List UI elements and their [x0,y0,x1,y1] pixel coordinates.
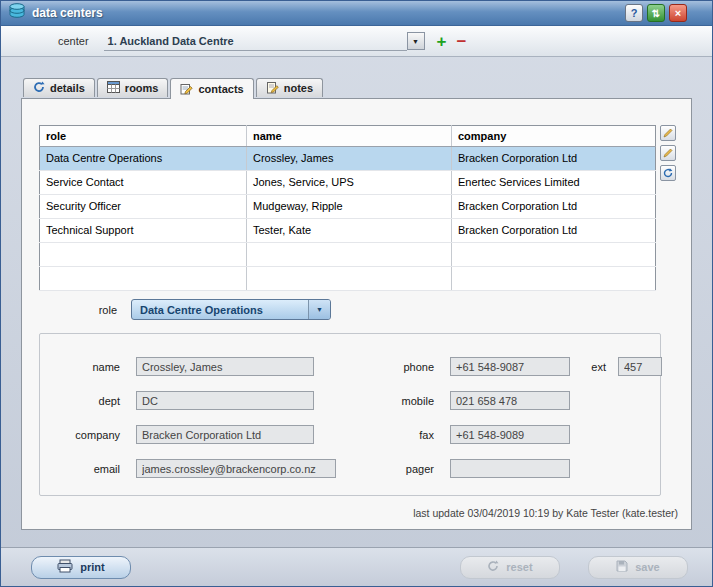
center-combobox-value[interactable]: 1. Auckland Data Centre [104,32,407,51]
table-cell[interactable]: Data Centre Operations [40,147,247,171]
help-button[interactable]: ? [625,4,643,22]
center-label: center [58,35,89,47]
table-row-empty [40,267,656,291]
column-header-name: name [247,126,452,147]
ext-label: ext [570,361,606,373]
rooms-icon [107,81,120,95]
table-cell[interactable]: Bracken Corporation Ltd [452,195,656,219]
table-cell[interactable]: Bracken Corporation Ltd [452,147,656,171]
phone-field[interactable] [450,357,570,376]
tab-label: notes [284,82,313,94]
mobile-field[interactable] [450,391,570,410]
contacts-table-body: Data Centre OperationsCrossley, JamesBra… [40,147,656,291]
data-centers-window: data centers ? ⇅ × center 1. Auckland Da… [0,0,713,587]
tab-bar: details rooms contacts notes [23,78,323,99]
table-cell-empty [40,243,247,267]
add-center-button[interactable]: + [437,33,447,50]
table-header-row: role name company [40,126,656,147]
form-row: dept mobile [40,390,660,411]
titlebar: data centers ? ⇅ × [1,1,712,26]
mobile-label: mobile [314,395,434,407]
contacts-icon [180,82,193,97]
email-field[interactable] [136,459,336,478]
table-row[interactable]: Service ContactJones, Service, UPSEnerte… [40,171,656,195]
reset-icon [487,560,499,574]
name-label: name [40,361,120,373]
table-cell[interactable]: Bracken Corporation Ltd [452,219,656,243]
company-field[interactable] [136,425,314,444]
role-dropdown-value: Data Centre Operations [132,304,308,316]
fax-field[interactable] [450,425,570,444]
table-side-buttons [660,125,676,181]
ext-field[interactable] [618,357,662,376]
tab-contacts[interactable]: contacts [170,78,253,99]
center-toolbar: center 1. Auckland Data Centre ▼ + − [1,26,712,57]
database-icon [8,3,26,23]
name-field[interactable] [136,357,314,376]
pencil-icon [663,126,673,141]
fax-label: fax [314,429,434,441]
form-row: name phone ext [40,356,660,377]
refresh-icon [663,166,673,181]
table-cell[interactable]: Service Contact [40,171,247,195]
edit-contact-button[interactable] [660,125,676,141]
dept-label: dept [40,395,120,407]
edit-company-button[interactable] [660,145,676,161]
dept-field[interactable] [136,391,314,410]
reset-button-label: reset [506,561,532,573]
table-cell-empty [247,267,452,291]
table-cell[interactable]: Mudgeway, Ripple [247,195,452,219]
save-button[interactable]: save [588,556,688,579]
table-cell[interactable]: Enertec Services Limited [452,171,656,195]
tab-label: contacts [198,83,243,95]
print-button[interactable]: print [31,556,131,579]
table-cell[interactable]: Technical Support [40,219,247,243]
table-cell-empty [247,243,452,267]
role-dropdown[interactable]: Data Centre Operations ▼ [131,299,331,320]
table-cell[interactable]: Crossley, James [247,147,452,171]
remove-center-button[interactable]: − [457,33,467,50]
pager-field[interactable] [450,459,570,478]
last-update-status: last update 03/04/2019 10:19 by Kate Tes… [413,507,678,519]
form-row: email pager [40,458,660,479]
reset-button[interactable]: reset [460,556,560,579]
company-label: company [40,429,120,441]
role-label: role [22,304,117,316]
pencil-icon [663,146,673,161]
table-cell[interactable]: Jones, Service, UPS [247,171,452,195]
window-title: data centers [32,6,619,20]
tab-label: details [50,82,85,94]
role-selector-row: role Data Centre Operations ▼ [22,299,691,320]
table-cell[interactable]: Security Officer [40,195,247,219]
tab-notes[interactable]: notes [256,78,323,97]
table-cell-empty [452,267,656,291]
table-cell[interactable]: Tester, Kate [247,219,452,243]
column-header-role: role [40,126,247,147]
chevron-down-icon: ▼ [308,300,330,319]
tab-rooms[interactable]: rooms [97,78,169,97]
shade-button[interactable]: ⇅ [647,4,665,22]
table-row[interactable]: Data Centre OperationsCrossley, JamesBra… [40,147,656,171]
table-cell-empty [40,267,247,291]
save-button-label: save [635,561,659,573]
tab-label: rooms [125,82,159,94]
table-row-empty [40,243,656,267]
table-row[interactable]: Security OfficerMudgeway, RippleBracken … [40,195,656,219]
refresh-button[interactable] [660,165,676,181]
main-area: details rooms contacts notes [1,57,712,547]
contacts-table: role name company Data Centre Operations… [39,125,656,291]
footer-bar: print reset save [1,547,712,586]
column-header-company: company [452,126,656,147]
close-button[interactable]: × [669,4,687,22]
tab-details[interactable]: details [23,78,95,97]
table-cell-empty [452,243,656,267]
titlebar-buttons: ? ⇅ × [625,4,687,22]
contact-details-fieldset: name phone ext dept mobile company fax [39,333,661,496]
form-row: company fax [40,424,660,445]
print-button-label: print [80,561,104,573]
table-row[interactable]: Technical SupportTester, KateBracken Cor… [40,219,656,243]
pager-label: pager [314,463,434,475]
printer-icon [57,559,73,575]
phone-label: phone [314,361,434,373]
center-combobox-arrow[interactable]: ▼ [407,32,425,50]
